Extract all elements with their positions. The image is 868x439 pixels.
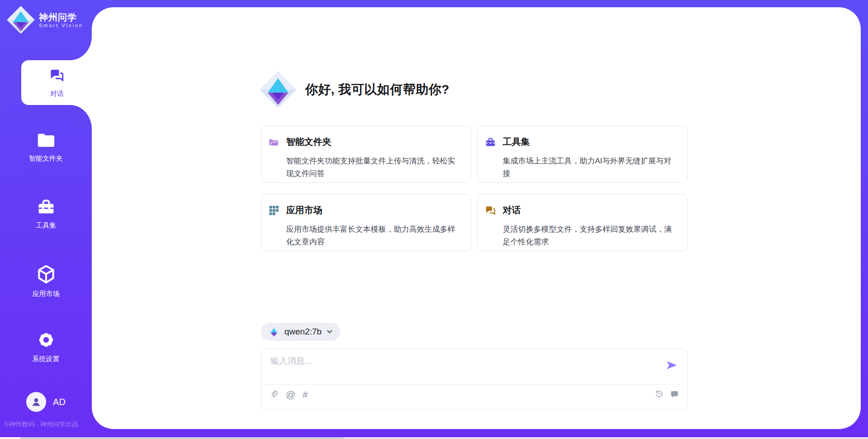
brand-diamond-icon [6,5,35,34]
card-description: 智能文件夹功能支持批量文件上传与清洗，轻松实现文件问答 [286,155,458,183]
chat-bubbles-icon [49,67,65,83]
card-app-market[interactable]: 应用市场 应用市场提供丰富长文本模板，助力高效生成多样化文章内容 [261,194,471,251]
person-icon [30,396,42,408]
avatar [26,392,46,412]
history-icon[interactable] [655,390,664,399]
mention-icon[interactable]: @ [286,390,295,400]
sidebar-item-settings[interactable]: 系统设置 [0,330,92,363]
card-toolset[interactable]: 工具集 集成市场上主流工具，助力AI与外界无缝扩展与对接 [477,126,688,183]
main-panel: 你好, 我可以如何帮助你? 智能文件夹 智能文件夹功能支持批量文件上传与清洗，轻… [92,7,861,429]
brand-title: 神州问学 [39,12,83,23]
greeting-text: 你好, 我可以如何帮助你? [305,81,449,98]
sidebar-item-toolset[interactable]: 工具集 [0,197,92,230]
sidebar-item-label: 智能文件夹 [0,154,92,163]
sidebar-item-label: 应用市场 [0,290,92,298]
card-title: 对话 [503,204,675,216]
message-input[interactable] [270,355,659,382]
folder-icon [36,131,56,149]
message-composer: @ # [261,348,688,410]
sidebar-item-label: 工具集 [0,221,92,230]
model-name: qwen2:7b [284,327,321,337]
attachment-icon[interactable] [269,390,278,400]
brand-subtitle: Smart Vision [39,23,83,28]
sidebar-footer: ©神州数码 · 神州问学出品 [5,420,78,429]
grid-cube-icon [268,205,280,216]
folder-open-icon [268,136,280,148]
card-smart-folder[interactable]: 智能文件夹 智能文件夹功能支持批量文件上传与清洗，轻松实现文件问答 [261,126,471,183]
screen-bottom-edge [0,437,868,439]
gear-icon [36,330,56,350]
card-title: 工具集 [503,136,675,148]
cube-icon [36,264,57,285]
greeting: 你好, 我可以如何帮助你? [259,71,449,109]
greeting-diamond-icon [259,71,297,109]
sidebar-item-chat[interactable]: 对话 [21,60,93,105]
card-description: 灵活切换多模型文件，支持多样回复效果调试，满足个性化需求 [503,223,675,251]
sidebar-item-label: 对话 [50,90,64,98]
sidebar: 神州问学 Smart Vision 对话 智能文件夹 工具集 [0,0,92,439]
toolbox-icon [485,136,496,148]
card-title: 应用市场 [286,204,458,216]
user-account[interactable]: AD [0,392,92,412]
toolbox-icon [36,197,56,216]
user-name: AD [53,397,66,407]
chevron-down-icon [326,328,333,335]
card-chat[interactable]: 对话 灵活切换多模型文件，支持多样回复效果调试，满足个性化需求 [477,194,688,251]
card-description: 集成市场上主流工具，助力AI与外界无缝扩展与对接 [503,155,675,183]
comment-icon[interactable] [670,390,679,399]
send-icon[interactable] [665,359,678,372]
chat-bubbles-icon [485,205,496,216]
hashtag-icon[interactable]: # [302,390,308,400]
model-selector[interactable]: qwen2:7b [261,323,340,341]
card-description: 应用市场提供丰富长文本模板，助力高效生成多样化文章内容 [286,223,458,251]
sidebar-item-label: 系统设置 [0,355,92,363]
composer-tools-left: @ # [269,390,308,400]
composer-divider [265,384,684,385]
sidebar-item-smart-folder[interactable]: 智能文件夹 [0,131,92,163]
composer-tools-right [655,390,679,399]
model-diamond-icon [268,326,280,338]
feature-cards: 智能文件夹 智能文件夹功能支持批量文件上传与清洗，轻松实现文件问答 工具集 集成… [261,126,688,251]
brand-logo: 神州问学 Smart Vision [6,5,83,34]
card-title: 智能文件夹 [286,136,458,148]
sidebar-item-app-market[interactable]: 应用市场 [0,264,92,298]
